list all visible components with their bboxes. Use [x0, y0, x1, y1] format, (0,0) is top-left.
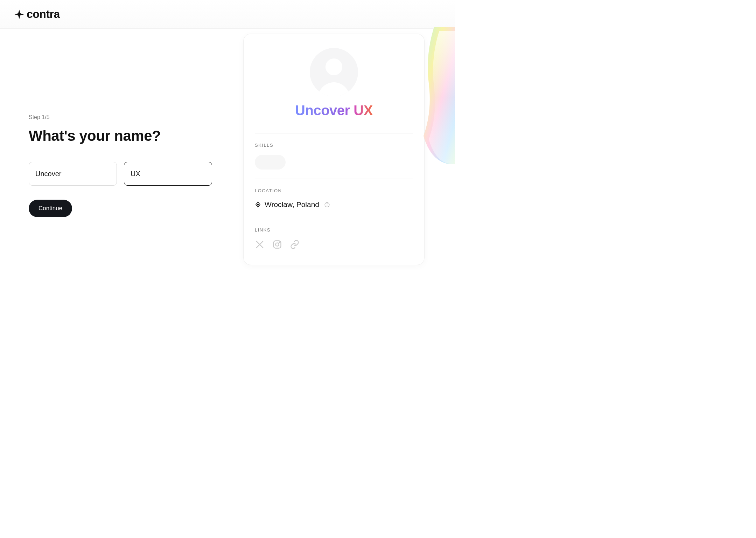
skill-pill-placeholder — [255, 155, 286, 170]
svg-point-0 — [257, 204, 259, 205]
location-row: Wrocław, Poland — [255, 200, 413, 209]
location-label: LOCATION — [255, 188, 413, 193]
app-header: contra — [0, 0, 455, 29]
profile-first-name: Uncover — [295, 103, 350, 118]
location-pin-icon — [255, 201, 261, 208]
profile-last-name: UX — [354, 103, 373, 118]
name-input-row — [29, 162, 217, 186]
last-name-input[interactable] — [124, 162, 212, 186]
brand-logo: contra — [14, 8, 60, 21]
continue-button[interactable]: Continue — [29, 200, 72, 217]
step-indicator: Step 1/5 — [29, 114, 217, 120]
profile-preview-card: Uncover UX SKILLS LOCATION Wrocław, Pola… — [243, 34, 425, 265]
form-heading: What's your name? — [29, 127, 217, 144]
contra-logo-icon — [14, 9, 24, 20]
skills-section: SKILLS — [255, 133, 413, 179]
avatar-placeholder — [310, 48, 358, 96]
svg-point-6 — [279, 242, 280, 242]
svg-point-5 — [275, 243, 279, 246]
skills-label: SKILLS — [255, 143, 413, 148]
first-name-input[interactable] — [29, 162, 117, 186]
location-value: Wrocław, Poland — [265, 200, 319, 209]
instagram-icon[interactable] — [272, 240, 282, 249]
x-twitter-icon[interactable] — [255, 240, 265, 249]
links-label: LINKS — [255, 227, 413, 233]
profile-display-name: Uncover UX — [255, 103, 413, 118]
links-row — [255, 240, 413, 249]
info-icon[interactable] — [324, 202, 330, 208]
location-section: LOCATION Wrocław, Poland — [255, 179, 413, 218]
preview-column: Uncover UX SKILLS LOCATION Wrocław, Pola… — [217, 34, 425, 265]
main-content: Step 1/5 What's your name? Continue Unco… — [0, 29, 455, 265]
link-icon[interactable] — [290, 240, 300, 249]
links-section: LINKS — [255, 218, 413, 249]
onboarding-form: Step 1/5 What's your name? Continue — [0, 34, 217, 265]
brand-name: contra — [27, 8, 60, 21]
decorative-blob — [424, 27, 455, 164]
svg-point-3 — [327, 204, 327, 204]
